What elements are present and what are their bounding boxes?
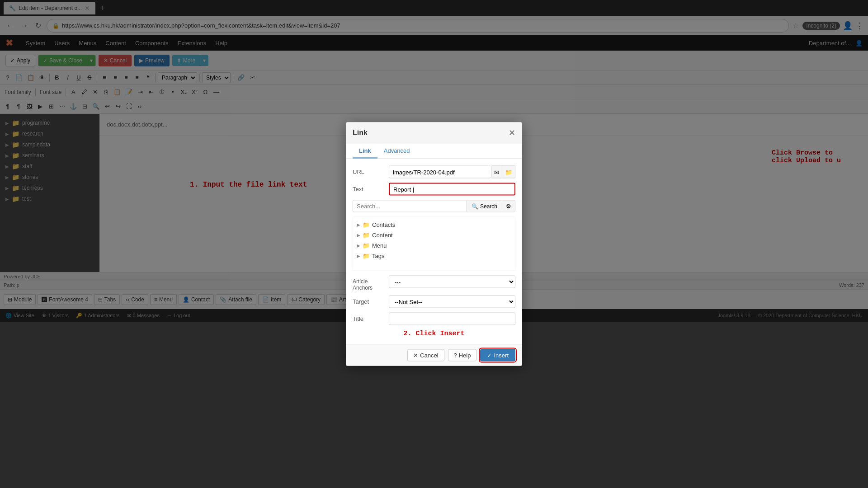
title-label: Title — [353, 313, 389, 322]
folder-icon: 📁 — [363, 253, 370, 259]
insert-modal-button[interactable]: ✓ Insert — [480, 349, 515, 361]
title-group: Title — [353, 313, 515, 325]
text-group: Text — [353, 183, 515, 196]
tree-area: ▶ 📁 Contacts ▶ 📁 Content ▶ 📁 Menu ▶ 📁 Ta… — [353, 217, 515, 271]
tree-label: Menu — [372, 242, 387, 249]
text-input[interactable] — [389, 183, 515, 196]
modal-tabs: Link Advanced — [346, 144, 522, 159]
modal-body: URL ✉ 📁 Text 🔍 Search ⚙ ▶ 📁 — [346, 159, 522, 344]
article-anchors-group: ArticleAnchors --- — [353, 276, 515, 291]
url-label: URL — [353, 166, 389, 175]
modal-close-button[interactable]: ✕ — [509, 128, 515, 138]
title-input[interactable] — [389, 313, 515, 325]
tree-arrow: ▶ — [357, 253, 360, 258]
modal-title: Link — [353, 129, 368, 137]
tree-item-tags[interactable]: ▶ 📁 Tags — [353, 251, 515, 261]
search-button[interactable]: 🔍 Search — [467, 201, 502, 211]
folder-icon: 📁 — [363, 232, 370, 239]
step2-annotation: 2. Click Insert — [353, 330, 515, 338]
url-input-group: ✉ 📁 — [389, 166, 515, 178]
tree-label: Contacts — [372, 221, 395, 228]
text-label: Text — [353, 183, 389, 192]
tree-item-content[interactable]: ▶ 📁 Content — [353, 230, 515, 240]
tab-link[interactable]: Link — [353, 144, 377, 159]
tree-item-menu[interactable]: ▶ 📁 Menu — [353, 240, 515, 251]
modal-footer: ✕ Cancel ? Help ✓ Insert — [346, 344, 522, 366]
email-link-icon[interactable]: ✉ — [491, 166, 502, 178]
tree-arrow: ▶ — [357, 222, 360, 227]
tab-advanced[interactable]: Advanced — [377, 144, 416, 159]
tree-label: Tags — [372, 253, 384, 259]
search-settings-button[interactable]: ⚙ — [502, 201, 515, 212]
link-modal: Link ✕ Link Advanced URL ✉ 📁 Text 🔍 Sear… — [346, 122, 522, 366]
help-q-icon: ? — [454, 352, 457, 359]
folder-icon: 📁 — [363, 221, 370, 228]
url-input[interactable] — [389, 166, 491, 178]
cancel-x-icon: ✕ — [413, 352, 418, 359]
url-group: URL ✉ 📁 — [353, 166, 515, 178]
target-select[interactable]: --Not Set-- — [389, 296, 515, 308]
search-area: 🔍 Search ⚙ — [353, 200, 515, 212]
cancel-modal-button[interactable]: ✕ Cancel — [407, 349, 444, 361]
search-input[interactable] — [353, 201, 467, 212]
modal-header: Link ✕ — [346, 122, 522, 144]
target-label: Target — [353, 296, 389, 305]
tree-label: Content — [372, 232, 393, 239]
tree-arrow: ▶ — [357, 233, 360, 238]
target-group: Target --Not Set-- — [353, 296, 515, 308]
folder-icon: 📁 — [363, 242, 370, 249]
article-anchors-label: ArticleAnchors — [353, 276, 389, 291]
tree-arrow: ▶ — [357, 243, 360, 248]
search-icon: 🔍 — [472, 203, 478, 209]
tree-item-contacts[interactable]: ▶ 📁 Contacts — [353, 220, 515, 230]
browse-icon[interactable]: 📁 — [502, 166, 515, 178]
article-anchors-select[interactable]: --- — [389, 276, 515, 288]
help-modal-button[interactable]: ? Help — [448, 349, 477, 361]
insert-check-icon: ✓ — [487, 352, 492, 359]
